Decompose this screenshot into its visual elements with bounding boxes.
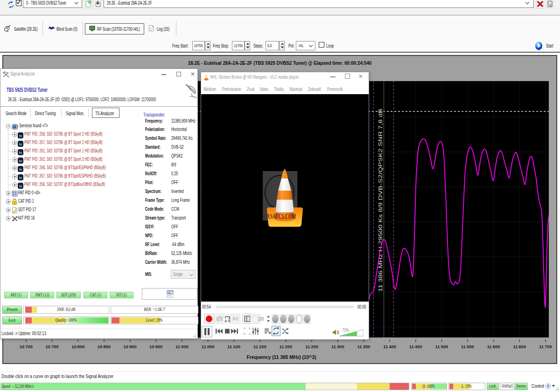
svg-text:11 000: 11 000 <box>175 344 189 349</box>
svg-text:Frequency (11 385 MHz) (10^3): Frequency (11 385 MHz) (10^3) <box>247 354 316 360</box>
svg-text:tv: tv <box>19 142 22 146</box>
svg-text:11 600: 11 600 <box>487 344 500 349</box>
svg-text:tv: tv <box>19 151 22 155</box>
svg-text:10 900: 10 900 <box>123 344 136 349</box>
svg-text:tv: tv <box>19 184 22 188</box>
svg-text:11 050: 11 050 <box>202 344 215 349</box>
svg-text:11 500: 11 500 <box>435 344 448 349</box>
svg-text:11 200: 11 200 <box>280 344 293 349</box>
svg-text:11 450: 11 450 <box>409 344 422 349</box>
svg-text:10 700: 10 700 <box>20 344 33 349</box>
svg-text:11 100: 11 100 <box>227 344 240 349</box>
svg-text:10 750: 10 750 <box>46 344 59 349</box>
svg-text:11 300: 11 300 <box>331 344 344 349</box>
svg-text:DXSATCS.COM: DXSATCS.COM <box>264 213 296 220</box>
svg-text:10 850: 10 850 <box>98 344 111 349</box>
svg-text:11 650: 11 650 <box>513 344 526 349</box>
svg-text:11 250: 11 250 <box>305 344 318 349</box>
svg-text:11 150: 11 150 <box>253 344 266 349</box>
svg-text:tv: tv <box>19 134 22 138</box>
svg-text:10 800: 10 800 <box>71 344 84 349</box>
svg-text:tv: tv <box>19 167 22 172</box>
svg-text:TBS: TBS <box>192 96 197 99</box>
svg-text:11 700: 11 700 <box>539 344 552 349</box>
svg-text:11 400: 11 400 <box>383 344 396 349</box>
svg-text:A: A <box>225 319 227 323</box>
svg-text:tv: tv <box>19 176 22 180</box>
svg-text:tv: tv <box>19 159 22 163</box>
svg-text:11 350: 11 350 <box>357 344 371 349</box>
svg-text:10 950: 10 950 <box>149 344 162 349</box>
svg-text:11 550: 11 550 <box>461 344 474 349</box>
